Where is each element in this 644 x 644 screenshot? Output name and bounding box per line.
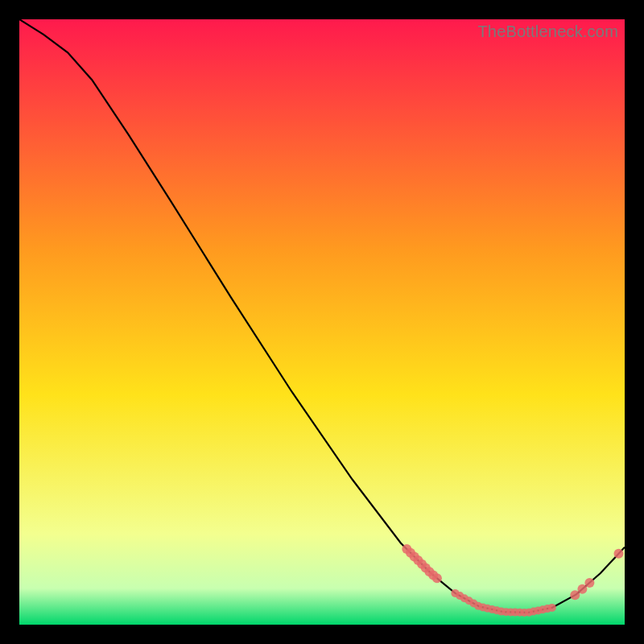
data-dot xyxy=(548,604,556,612)
data-dot xyxy=(432,573,442,583)
bottleneck-chart xyxy=(19,19,625,625)
data-dot xyxy=(584,578,594,588)
data-dot xyxy=(577,584,587,594)
chart-frame: TheBottleneck.com xyxy=(19,19,625,625)
watermark-text: TheBottleneck.com xyxy=(477,23,618,41)
gradient-background xyxy=(19,19,625,625)
data-dot xyxy=(614,549,624,559)
